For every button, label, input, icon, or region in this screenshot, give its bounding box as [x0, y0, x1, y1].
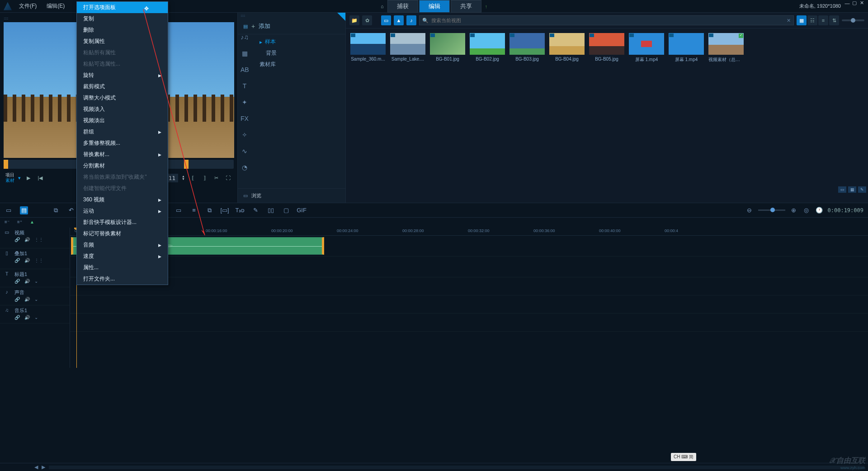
panel-menu-icon[interactable]: ▤ — [243, 24, 248, 29]
cat-motion-icon[interactable]: ◔ — [241, 164, 249, 172]
import-settings-icon[interactable]: ✿ — [362, 15, 372, 25]
menu-file[interactable]: 文件(F) — [16, 1, 39, 11]
tool-undo-icon[interactable]: ↶ — [67, 206, 75, 214]
play-button[interactable]: ▶ — [24, 174, 33, 182]
track-expand-icon[interactable]: ≡⁺ — [17, 219, 24, 226]
track-row-overlay[interactable] — [70, 257, 868, 277]
library-item[interactable]: 屏幕 1.mp4 — [629, 33, 664, 63]
scroll-left-icon[interactable]: ◀ — [34, 464, 38, 470]
scroll-right-icon[interactable]: ▶ — [42, 464, 45, 470]
track-row-title[interactable] — [70, 277, 868, 295]
status-icon-1[interactable]: ▭ — [838, 186, 846, 193]
library-item[interactable]: BG-B04.jpg — [549, 33, 585, 63]
add-button[interactable]: 添加 — [259, 22, 270, 30]
track-collapse-icon[interactable]: ≡⁻ — [5, 219, 11, 226]
context-menu-item[interactable]: 复制属性 — [77, 36, 168, 47]
upload-icon[interactable]: ↑ — [485, 4, 488, 9]
mute-icon[interactable]: 🔊 — [24, 279, 30, 284]
project-duration-icon[interactable]: 🕐 — [815, 206, 823, 214]
import-folder-icon[interactable]: 📁 — [349, 15, 359, 25]
track-head-video[interactable]: ▭视频🔗🔊⋮⋮ — [0, 228, 70, 248]
track-row-video[interactable] — [70, 236, 868, 257]
context-menu-item[interactable]: 影音快手模板设计器... — [77, 217, 168, 228]
panel-corner-icon[interactable] — [337, 13, 345, 21]
filter-video-icon[interactable]: ▭ — [381, 15, 391, 25]
cat-media-icon[interactable]: ♪♫ — [241, 33, 249, 42]
view-list-icon[interactable]: ≡ — [818, 15, 828, 25]
context-menu-item[interactable]: 群组▶ — [77, 126, 168, 138]
cat-title-icon[interactable]: T — [241, 82, 249, 90]
tool-multicam-icon[interactable]: ⧉ — [205, 206, 213, 214]
library-item[interactable]: BG-B02.jpg — [470, 33, 505, 63]
tool-stabilize-icon[interactable]: ▢ — [282, 206, 290, 214]
context-menu-item[interactable]: 360 视频▶ — [77, 194, 168, 205]
link-icon[interactable]: 🔗 — [14, 258, 20, 263]
context-menu-item[interactable]: 视频淡入 — [77, 104, 168, 115]
cat-transition-icon[interactable]: AB — [241, 66, 249, 74]
context-menu-item[interactable]: 属性... — [77, 262, 168, 273]
sort-icon[interactable]: ⇅ — [829, 15, 839, 25]
context-menu-item[interactable]: 标记可替换素材 — [77, 228, 168, 239]
close-button[interactable]: ✕ — [859, 0, 864, 6]
tree-library[interactable]: 素材库 — [251, 59, 345, 70]
tree-background[interactable]: 背景 — [251, 48, 345, 59]
context-menu-item[interactable]: 裁剪模式 — [77, 81, 168, 92]
tool-split-screen-icon[interactable]: ▯▯ — [267, 206, 275, 214]
link-icon[interactable]: 🔗 — [14, 297, 20, 302]
track-add-icon[interactable]: ▲ — [30, 219, 36, 226]
cat-color-icon[interactable]: ✧ — [241, 131, 249, 139]
menu-edit[interactable]: 编辑(E) — [44, 1, 67, 11]
context-menu-item[interactable]: 运动▶ — [77, 205, 168, 217]
context-menu-item[interactable]: 删除 — [77, 24, 168, 36]
cat-path-icon[interactable]: ∿ — [241, 147, 249, 156]
library-item[interactable]: 屏幕 1.mp4 — [669, 33, 704, 63]
tool-gif-icon[interactable]: GIF — [297, 206, 306, 214]
more-icon[interactable]: ⋮⋮ — [34, 258, 43, 263]
more-icon[interactable]: ⌄ — [34, 279, 38, 284]
track-head-voice[interactable]: ♪声音🔗🔊⌄ — [0, 287, 70, 305]
library-item[interactable]: Sample_360.m... — [350, 33, 386, 63]
search-input[interactable] — [431, 18, 784, 23]
cat-overlay-icon[interactable]: ✦ — [241, 99, 249, 107]
zoom-slider[interactable] — [758, 209, 785, 211]
tab-share[interactable]: 共享 — [451, 0, 481, 13]
cat-template-icon[interactable]: ▦ — [241, 50, 249, 58]
ime-indicator[interactable]: CH ⌨ 简 — [671, 453, 696, 461]
prev-frame-button[interactable]: |◀ — [36, 174, 44, 182]
context-menu-item[interactable]: 速度▶ — [77, 251, 168, 262]
tree-sample[interactable]: ▸ 样本 — [251, 36, 345, 48]
mute-icon[interactable]: 🔊 — [24, 315, 30, 320]
timeline-content[interactable]: 00:00:08:0000:00:12:0000:00:16:0000:00:2… — [70, 228, 868, 368]
maximize-button[interactable]: ▢ — [852, 0, 857, 6]
minimize-button[interactable]: — — [844, 0, 850, 6]
library-item[interactable]: Sample_Lake.... — [390, 33, 425, 63]
trim-handle-right[interactable] — [184, 160, 189, 169]
mark-in-icon[interactable]: ⟦ — [189, 174, 197, 182]
expand-icon[interactable]: ⛶ — [224, 174, 232, 182]
tool-subtitle-icon[interactable]: ▭ — [175, 206, 183, 214]
cat-fx-icon[interactable]: FX — [241, 115, 249, 123]
timeline-ruler[interactable]: 00:00:08:0000:00:12:0000:00:16:0000:00:2… — [70, 228, 868, 236]
status-icon-3[interactable]: ✎ — [858, 186, 866, 193]
tool-3d-title-icon[interactable]: T₃ᴅ — [236, 206, 244, 214]
filter-photo-icon[interactable]: ▲ — [394, 15, 404, 25]
library-item[interactable]: BG-B05.jpg — [589, 33, 624, 63]
zoom-fit-icon[interactable]: ◎ — [802, 206, 811, 214]
context-menu-item[interactable]: 复制 — [77, 13, 168, 24]
mute-icon[interactable]: 🔊 — [24, 258, 30, 263]
tool-track-icon[interactable]: ≡ — [190, 206, 198, 214]
context-menu-item[interactable]: 视频淡出 — [77, 115, 168, 126]
context-menu-item[interactable]: 多重修整视频... — [77, 138, 168, 149]
browse-button[interactable]: 浏览 — [251, 192, 261, 199]
more-icon[interactable]: ⋮⋮ — [34, 237, 43, 242]
thumb-size-slider[interactable] — [842, 19, 864, 21]
trim-handle-left[interactable] — [4, 160, 8, 169]
context-menu-item[interactable]: 旋转▶ — [77, 70, 168, 81]
link-icon[interactable]: 🔗 — [14, 279, 20, 284]
track-head-music[interactable]: ♫音乐1🔗🔊⌄ — [0, 305, 70, 324]
more-icon[interactable]: ⌄ — [34, 297, 38, 302]
panel-grip[interactable]: :::::::: — [238, 13, 345, 19]
mark-out-icon[interactable]: ⟧ — [200, 174, 208, 182]
context-menu-item[interactable]: 打开选项面板 — [77, 2, 168, 13]
library-item[interactable]: ✓视频素材（总）.... — [708, 33, 744, 63]
